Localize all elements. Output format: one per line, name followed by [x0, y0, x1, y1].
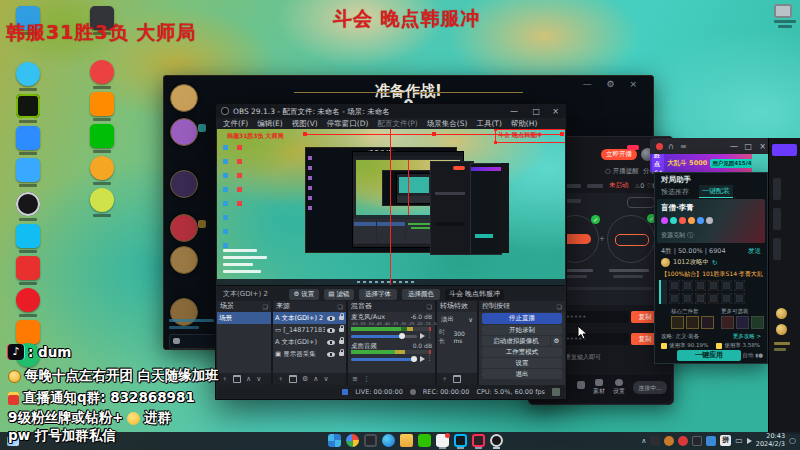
- menu-scene-collection[interactable]: 场景集合(S): [427, 119, 468, 129]
- remove-transition-button[interactable]: [453, 375, 461, 383]
- screen-icon[interactable]: [577, 381, 585, 389]
- visibility-icon[interactable]: [327, 328, 335, 333]
- speaker-icon[interactable]: [420, 333, 425, 339]
- desktop-icon[interactable]: [90, 124, 114, 153]
- source-row[interactable]: A文本(GDI+) 2: [273, 312, 346, 324]
- apply-build-button[interactable]: 一键应用: [677, 350, 741, 361]
- more-strategies-link[interactable]: 更多攻略 >: [733, 333, 761, 340]
- dock-float-icon[interactable]: ❏: [263, 301, 268, 312]
- notification-bell-icon[interactable]: ○: [789, 436, 796, 445]
- go-live-button[interactable]: 立即开播: [601, 149, 637, 160]
- lock-icon[interactable]: [339, 352, 344, 356]
- material-button[interactable]: 素材: [593, 379, 605, 396]
- desktop-icon[interactable]: [90, 60, 114, 89]
- selection-handle[interactable]: [494, 141, 497, 144]
- exit-button[interactable]: 退出: [482, 369, 562, 379]
- taskbar-clock[interactable]: 20:43 2024/2/3: [756, 433, 785, 449]
- strip-tab[interactable]: [773, 238, 781, 260]
- source-row[interactable]: ▣显示器采集: [273, 348, 346, 360]
- start-recording-button[interactable]: 开始录制: [482, 325, 562, 335]
- grid-side-tab[interactable]: [659, 280, 667, 304]
- mixer-menu-icon[interactable]: ⋮: [363, 375, 370, 383]
- lock-icon[interactable]: [339, 328, 344, 332]
- guide-handle[interactable]: [560, 132, 564, 136]
- select-color-button[interactable]: 选择颜色: [402, 289, 440, 300]
- menu-docks[interactable]: 停靠窗口(D): [327, 119, 369, 129]
- text-content-field[interactable]: 斗会 晚点韩服冲: [445, 289, 504, 300]
- mixer-options-icon[interactable]: ⋮: [426, 331, 433, 339]
- start-button[interactable]: [328, 434, 341, 447]
- close-button[interactable]: ×: [552, 107, 559, 116]
- minimize-button[interactable]: —: [730, 142, 738, 151]
- select-font-button[interactable]: 选择字体: [359, 289, 397, 300]
- headset-icon[interactable]: ∩: [668, 142, 674, 151]
- connecting-button[interactable]: 连接中...: [633, 381, 667, 394]
- menu-help[interactable]: 帮助(H): [511, 119, 538, 129]
- slider-knob[interactable]: [399, 333, 405, 339]
- text-source-selection[interactable]: 斗会 晚点韩服冲: [495, 129, 565, 143]
- stop-streaming-button[interactable]: 停止直播: [482, 313, 562, 324]
- source-row[interactable]: ▭[_1487171838173_0: [273, 324, 346, 336]
- chat-input[interactable]: [169, 334, 217, 349]
- menu-view[interactable]: 视图(V): [292, 119, 318, 129]
- close-button[interactable]: ×: [759, 142, 766, 151]
- desktop-icon[interactable]: [16, 158, 40, 187]
- virtual-camera-config-button[interactable]: ⚙: [551, 336, 562, 346]
- mic-app-icon[interactable]: [436, 434, 449, 447]
- mic-volume-slider[interactable]: [351, 335, 417, 338]
- menu-file[interactable]: 文件(F): [223, 119, 248, 129]
- tray-icon[interactable]: [678, 436, 688, 446]
- champion-portrait[interactable]: [170, 214, 198, 242]
- desktop-icon-obs[interactable]: [16, 192, 40, 221]
- maximize-button[interactable]: □: [532, 107, 540, 116]
- obs-titlebar[interactable]: OBS 29.1.3 - 配置文件: 未命名 - 场景: 未命名 — □ ×: [216, 104, 566, 118]
- visibility-icon[interactable]: [327, 340, 335, 345]
- source-properties-icon[interactable]: ⚙: [302, 375, 308, 383]
- selection-handle[interactable]: [494, 129, 497, 131]
- obs-preview[interactable]: 韩服31胜3负 大师局 准备作战!: [217, 129, 565, 285]
- volume-icon[interactable]: [747, 438, 752, 444]
- tray-expand-chevron[interactable]: ∧: [641, 437, 646, 445]
- strip-badge[interactable]: [772, 144, 797, 156]
- remove-source-button[interactable]: [289, 375, 297, 383]
- menu-edit[interactable]: 编辑(E): [257, 119, 283, 129]
- search-icon[interactable]: [346, 434, 359, 447]
- strategy-line[interactable]: 【100%贴合】101胜率S14·李青大乱斗攻略: [661, 270, 763, 279]
- desktop-icon-sogou[interactable]: [90, 188, 114, 217]
- desktop-icon[interactable]: [16, 224, 40, 253]
- cast-icon[interactable]: ▭: [735, 436, 743, 445]
- minimize-button[interactable]: —: [510, 107, 518, 116]
- visibility-icon[interactable]: [327, 352, 335, 357]
- panel-action-pill[interactable]: [627, 197, 655, 208]
- logitech-icon[interactable]: [454, 434, 467, 447]
- optional-item-row[interactable]: [721, 316, 764, 329]
- slider-knob[interactable]: [411, 356, 417, 362]
- mixer-options-icon[interactable]: ⋮: [426, 354, 433, 362]
- source-filters-button[interactable]: ▤ 滤镜: [324, 289, 354, 300]
- desktop-icon-nvidia[interactable]: [16, 94, 40, 123]
- remove-scene-button[interactable]: [233, 375, 241, 383]
- tray-icon[interactable]: [692, 436, 702, 446]
- ime-indicator[interactable]: 拼: [720, 435, 731, 446]
- lock-icon[interactable]: [339, 316, 344, 320]
- game-window-controls[interactable]: — ⚙ ×: [583, 79, 643, 89]
- strip-tab[interactable]: [773, 178, 781, 200]
- champion-portrait[interactable]: [170, 84, 198, 112]
- notify-share-row[interactable]: ○ 开播提醒 分享: [605, 167, 656, 176]
- tray-icon[interactable]: [664, 436, 674, 446]
- add-transition-button[interactable]: ＋: [441, 374, 448, 384]
- dock-float-icon[interactable]: ❏: [557, 301, 562, 312]
- companion-tabs[interactable]: 未启动 ♨0 ♡0: [565, 181, 657, 190]
- champion-portrait[interactable]: [170, 170, 198, 198]
- champion-portrait[interactable]: [170, 118, 198, 146]
- desktop-icon[interactable]: [90, 156, 114, 185]
- guide-handle[interactable]: [303, 132, 307, 136]
- edge-icon[interactable]: [382, 434, 395, 447]
- desktop-icon-top-right[interactable]: [774, 4, 796, 28]
- source-row[interactable]: A文本(GDI+): [273, 336, 346, 348]
- live-companion-taskbar-icon[interactable]: [472, 434, 485, 447]
- helper-event-banner[interactable]: 胜点64 大乱斗 5000 用户见面415/415: [650, 154, 752, 172]
- guide-handle[interactable]: [432, 132, 436, 136]
- rune-row[interactable]: [661, 217, 713, 224]
- dock-float-icon[interactable]: ❏: [427, 301, 432, 312]
